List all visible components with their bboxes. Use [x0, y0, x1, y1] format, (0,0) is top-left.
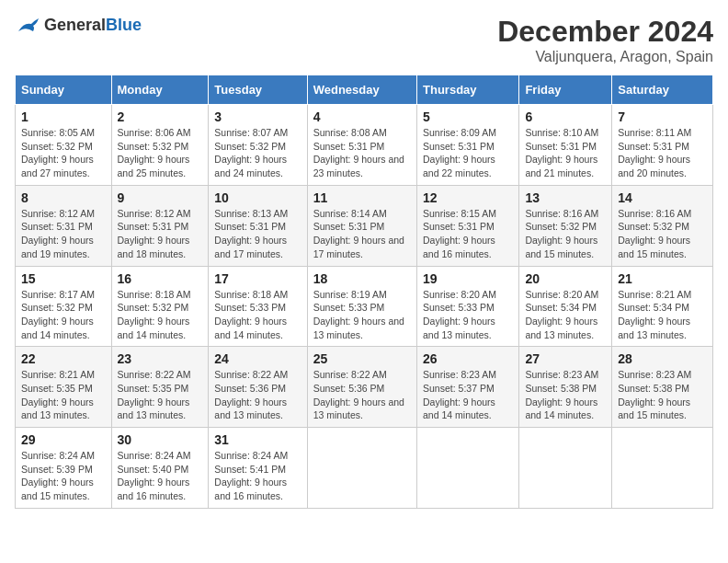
- calendar-cell: 21Sunrise: 8:21 AMSunset: 5:34 PMDayligh…: [612, 266, 713, 347]
- calendar-cell: 9Sunrise: 8:12 AMSunset: 5:31 PMDaylight…: [111, 185, 209, 266]
- day-number: 30: [118, 432, 203, 447]
- day-detail: Sunrise: 8:22 AMSunset: 5:35 PMDaylight:…: [118, 368, 203, 422]
- day-detail: Sunrise: 8:24 AMSunset: 5:40 PMDaylight:…: [118, 449, 203, 503]
- day-detail: Sunrise: 8:24 AMSunset: 5:39 PMDaylight:…: [21, 449, 106, 503]
- day-number: 26: [423, 351, 513, 366]
- header-saturday: Saturday: [612, 75, 713, 105]
- location-title: Valjunquera, Aragon, Spain: [497, 49, 713, 65]
- header-sunday: Sunday: [16, 75, 112, 105]
- day-detail: Sunrise: 8:21 AMSunset: 5:34 PMDaylight:…: [618, 288, 707, 342]
- logo-icon: [15, 15, 40, 35]
- day-detail: Sunrise: 8:24 AMSunset: 5:41 PMDaylight:…: [214, 449, 301, 503]
- calendar-cell: 12Sunrise: 8:15 AMSunset: 5:31 PMDayligh…: [417, 185, 519, 266]
- day-number: 16: [118, 271, 203, 286]
- day-detail: Sunrise: 8:08 AMSunset: 5:31 PMDaylight:…: [313, 126, 411, 180]
- day-number: 4: [313, 109, 411, 124]
- day-detail: Sunrise: 8:18 AMSunset: 5:33 PMDaylight:…: [214, 288, 301, 342]
- calendar-cell: 24Sunrise: 8:22 AMSunset: 5:36 PMDayligh…: [209, 347, 307, 428]
- day-number: 9: [118, 190, 203, 205]
- day-number: 11: [313, 190, 411, 205]
- calendar-cell: 16Sunrise: 8:18 AMSunset: 5:32 PMDayligh…: [111, 266, 209, 347]
- day-number: 25: [313, 351, 411, 366]
- calendar-cell: 13Sunrise: 8:16 AMSunset: 5:32 PMDayligh…: [519, 185, 612, 266]
- day-detail: Sunrise: 8:12 AMSunset: 5:31 PMDaylight:…: [118, 207, 203, 261]
- day-number: 10: [214, 190, 301, 205]
- day-number: 14: [618, 190, 707, 205]
- day-number: 18: [313, 271, 411, 286]
- header-thursday: Thursday: [417, 75, 519, 105]
- calendar-cell: 3Sunrise: 8:07 AMSunset: 5:32 PMDaylight…: [209, 105, 307, 186]
- calendar-cell: 19Sunrise: 8:20 AMSunset: 5:33 PMDayligh…: [417, 266, 519, 347]
- calendar-week-row: 15Sunrise: 8:17 AMSunset: 5:32 PMDayligh…: [16, 266, 713, 347]
- calendar-cell: 26Sunrise: 8:23 AMSunset: 5:37 PMDayligh…: [417, 347, 519, 428]
- calendar-cell: [307, 428, 416, 509]
- day-detail: Sunrise: 8:16 AMSunset: 5:32 PMDaylight:…: [618, 207, 707, 261]
- header-tuesday: Tuesday: [209, 75, 307, 105]
- calendar-cell: 6Sunrise: 8:10 AMSunset: 5:31 PMDaylight…: [519, 105, 612, 186]
- calendar-cell: 25Sunrise: 8:22 AMSunset: 5:36 PMDayligh…: [307, 347, 416, 428]
- header-friday: Friday: [519, 75, 612, 105]
- day-number: 23: [118, 351, 203, 366]
- day-number: 24: [214, 351, 301, 366]
- title-area: December 2024 Valjunquera, Aragon, Spain: [497, 15, 713, 65]
- day-number: 22: [21, 351, 106, 366]
- weekday-header-row: Sunday Monday Tuesday Wednesday Thursday…: [16, 75, 713, 105]
- calendar-cell: 18Sunrise: 8:19 AMSunset: 5:33 PMDayligh…: [307, 266, 416, 347]
- calendar-cell: 17Sunrise: 8:18 AMSunset: 5:33 PMDayligh…: [209, 266, 307, 347]
- calendar-cell: 27Sunrise: 8:23 AMSunset: 5:38 PMDayligh…: [519, 347, 612, 428]
- day-detail: Sunrise: 8:22 AMSunset: 5:36 PMDaylight:…: [214, 368, 301, 422]
- day-detail: Sunrise: 8:21 AMSunset: 5:35 PMDaylight:…: [21, 368, 106, 422]
- day-number: 3: [214, 109, 301, 124]
- calendar-cell: 31Sunrise: 8:24 AMSunset: 5:41 PMDayligh…: [209, 428, 307, 509]
- day-detail: Sunrise: 8:22 AMSunset: 5:36 PMDaylight:…: [313, 368, 411, 422]
- calendar-cell: 7Sunrise: 8:11 AMSunset: 5:31 PMDaylight…: [612, 105, 713, 186]
- day-number: 17: [214, 271, 301, 286]
- calendar-cell: [417, 428, 519, 509]
- day-number: 5: [423, 109, 513, 124]
- day-number: 8: [21, 190, 106, 205]
- calendar-week-row: 1Sunrise: 8:05 AMSunset: 5:32 PMDaylight…: [16, 105, 713, 186]
- day-detail: Sunrise: 8:23 AMSunset: 5:38 PMDaylight:…: [525, 368, 606, 422]
- calendar-cell: [519, 428, 612, 509]
- day-detail: Sunrise: 8:11 AMSunset: 5:31 PMDaylight:…: [618, 126, 707, 180]
- day-number: 7: [618, 109, 707, 124]
- calendar-cell: 2Sunrise: 8:06 AMSunset: 5:32 PMDaylight…: [111, 105, 209, 186]
- day-number: 31: [214, 432, 301, 447]
- header-monday: Monday: [111, 75, 209, 105]
- calendar-cell: [612, 428, 713, 509]
- calendar-cell: 22Sunrise: 8:21 AMSunset: 5:35 PMDayligh…: [16, 347, 112, 428]
- day-detail: Sunrise: 8:09 AMSunset: 5:31 PMDaylight:…: [423, 126, 513, 180]
- day-detail: Sunrise: 8:16 AMSunset: 5:32 PMDaylight:…: [525, 207, 606, 261]
- day-number: 1: [21, 109, 106, 124]
- header: GeneralBlue December 2024 Valjunquera, A…: [15, 15, 713, 65]
- header-wednesday: Wednesday: [307, 75, 416, 105]
- day-detail: Sunrise: 8:10 AMSunset: 5:31 PMDaylight:…: [525, 126, 606, 180]
- calendar-cell: 28Sunrise: 8:23 AMSunset: 5:38 PMDayligh…: [612, 347, 713, 428]
- day-detail: Sunrise: 8:23 AMSunset: 5:37 PMDaylight:…: [423, 368, 513, 422]
- day-number: 21: [618, 271, 707, 286]
- day-detail: Sunrise: 8:05 AMSunset: 5:32 PMDaylight:…: [21, 126, 106, 180]
- logo-blue: Blue: [106, 16, 142, 34]
- logo-text: GeneralBlue: [44, 16, 142, 35]
- calendar-cell: 14Sunrise: 8:16 AMSunset: 5:32 PMDayligh…: [612, 185, 713, 266]
- day-detail: Sunrise: 8:20 AMSunset: 5:34 PMDaylight:…: [525, 288, 606, 342]
- day-detail: Sunrise: 8:13 AMSunset: 5:31 PMDaylight:…: [214, 207, 301, 261]
- day-detail: Sunrise: 8:15 AMSunset: 5:31 PMDaylight:…: [423, 207, 513, 261]
- calendar-cell: 5Sunrise: 8:09 AMSunset: 5:31 PMDaylight…: [417, 105, 519, 186]
- day-detail: Sunrise: 8:23 AMSunset: 5:38 PMDaylight:…: [618, 368, 707, 422]
- calendar-cell: 20Sunrise: 8:20 AMSunset: 5:34 PMDayligh…: [519, 266, 612, 347]
- day-number: 2: [118, 109, 203, 124]
- day-detail: Sunrise: 8:06 AMSunset: 5:32 PMDaylight:…: [118, 126, 203, 180]
- day-detail: Sunrise: 8:14 AMSunset: 5:31 PMDaylight:…: [313, 207, 411, 261]
- logo: GeneralBlue: [15, 15, 142, 35]
- calendar-header: Sunday Monday Tuesday Wednesday Thursday…: [16, 75, 713, 105]
- day-detail: Sunrise: 8:07 AMSunset: 5:32 PMDaylight:…: [214, 126, 301, 180]
- calendar-cell: 1Sunrise: 8:05 AMSunset: 5:32 PMDaylight…: [16, 105, 112, 186]
- calendar-cell: 23Sunrise: 8:22 AMSunset: 5:35 PMDayligh…: [111, 347, 209, 428]
- day-number: 6: [525, 109, 606, 124]
- day-detail: Sunrise: 8:12 AMSunset: 5:31 PMDaylight:…: [21, 207, 106, 261]
- calendar-cell: 8Sunrise: 8:12 AMSunset: 5:31 PMDaylight…: [16, 185, 112, 266]
- day-number: 28: [618, 351, 707, 366]
- calendar-cell: 15Sunrise: 8:17 AMSunset: 5:32 PMDayligh…: [16, 266, 112, 347]
- day-detail: Sunrise: 8:17 AMSunset: 5:32 PMDaylight:…: [21, 288, 106, 342]
